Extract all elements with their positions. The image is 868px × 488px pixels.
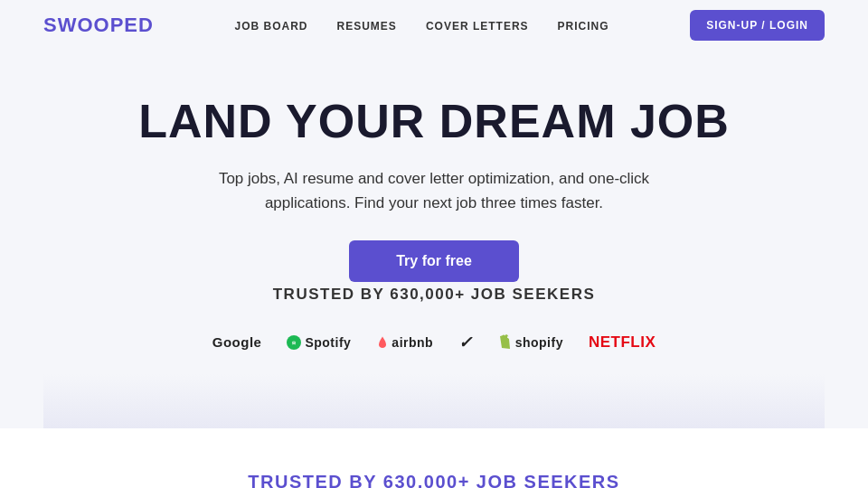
airbnb-logo: airbnb bbox=[376, 335, 433, 350]
testimonials-title: TRUSTED BY 630,000+ JOB SEEKERS bbox=[58, 472, 810, 488]
hero-subtitle: Top jobs, AI resume and cover letter opt… bbox=[217, 166, 651, 215]
nav-link-cover-letters[interactable]: COVER LETTERS bbox=[426, 20, 529, 33]
shopify-logo: shopify bbox=[498, 334, 563, 351]
hero-illustration bbox=[43, 374, 825, 428]
nav-link-resumes[interactable]: RESUMES bbox=[337, 20, 397, 33]
hero-section: LAND YOUR DREAM JOB Top jobs, AI resume … bbox=[0, 51, 868, 428]
signup-login-button[interactable]: SIGN-UP / LOGIN bbox=[690, 10, 825, 41]
nav-item-pricing[interactable]: PRICING bbox=[558, 17, 609, 33]
nike-logo: ✓ bbox=[458, 333, 473, 352]
logo: SWOOPED bbox=[43, 14, 154, 37]
trusted-label: TRUSTED BY 630,000+ JOB SEEKERS bbox=[217, 282, 651, 306]
nav-link-pricing[interactable]: PRICING bbox=[558, 20, 609, 33]
nav-link-job-board[interactable]: JOB BOARD bbox=[235, 20, 308, 33]
google-logo: Google bbox=[212, 334, 262, 350]
spotify-icon bbox=[287, 335, 301, 350]
try-for-free-button[interactable]: Try for free bbox=[349, 240, 519, 282]
spotify-logo: Spotify bbox=[287, 335, 351, 350]
nav-item-resumes[interactable]: RESUMES bbox=[337, 17, 397, 33]
testimonials-section: TRUSTED BY 630,000+ JOB SEEKERS " An ama… bbox=[0, 428, 868, 488]
nav-item-job-board[interactable]: JOB BOARD bbox=[235, 17, 308, 33]
netflix-logo: NETFLIX bbox=[589, 333, 656, 352]
hero-title: LAND YOUR DREAM JOB bbox=[43, 94, 825, 148]
navbar: SWOOPED JOB BOARD RESUMES COVER LETTERS … bbox=[0, 0, 868, 51]
nav-item-cover-letters[interactable]: COVER LETTERS bbox=[426, 17, 529, 33]
nav-links: JOB BOARD RESUMES COVER LETTERS PRICING bbox=[235, 17, 609, 33]
brand-logos: Google Spotify airbnb ✓ shopify NETFLIX bbox=[43, 333, 825, 367]
